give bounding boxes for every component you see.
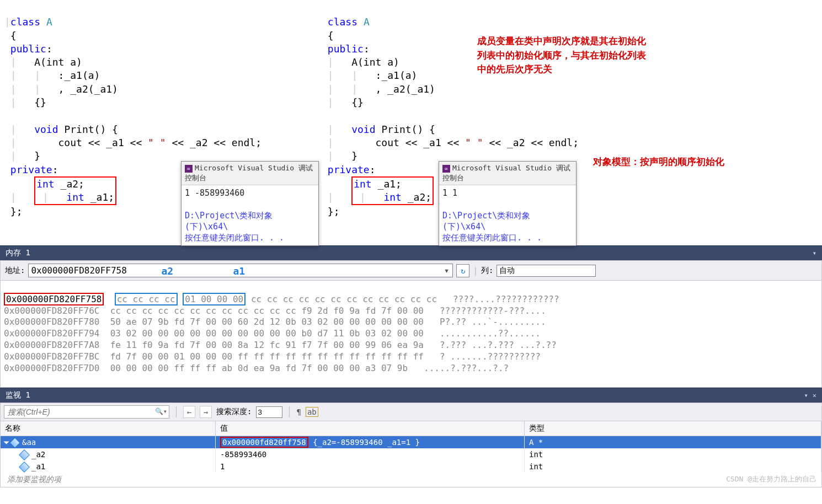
watch-add-placeholder[interactable]: 添加要监视的项 [1, 473, 821, 487]
debug-console-right: ∞Microsoft Visual Studio 调试控制台 1 1 D:\Pr… [439, 161, 577, 246]
memory-panel-header[interactable]: 内存 1 ▾ [0, 245, 822, 260]
memory-columns-input[interactable] [497, 265, 596, 277]
object-icon [9, 437, 20, 448]
nav-back-button[interactable]: ← [183, 406, 195, 418]
private-fields-right: int _a1; | int _a2; [351, 176, 434, 206]
depth-label: 搜索深度: [216, 407, 252, 417]
watch-row-a1[interactable]: _a1 1 int [1, 460, 821, 473]
close-icon[interactable]: ✕ [813, 392, 816, 399]
nav-forward-button[interactable]: → [200, 406, 212, 418]
addr-label: 地址: [5, 266, 25, 276]
watermark: CSDN @走在努力路上的自己 [726, 474, 816, 484]
private-fields-left: int _a2; | int _a1; [34, 176, 116, 206]
watch-toolbar: 🔍▾ ← → 搜索深度: ¶ ab [0, 403, 822, 421]
console-title: Microsoft Visual Studio 调试控制台 [185, 164, 313, 182]
depth-select[interactable] [256, 406, 282, 418]
annotation-object-model: 对象模型：按声明的顺序初始化 [593, 156, 724, 168]
overlay-a2-label: a2 [161, 265, 173, 277]
overlay-a1-label: a1 [233, 265, 245, 277]
tool-icon-1[interactable]: ¶ [296, 408, 301, 416]
refresh-button[interactable]: ↻ [456, 264, 469, 277]
debug-console-left: ∞Microsoft Visual Studio 调试控制台 1 -858993… [181, 161, 319, 246]
expand-icon[interactable] [4, 442, 9, 444]
field-icon [19, 462, 30, 473]
memory-hex-view[interactable]: 0x000000FD820FF758 cc cc cc cc 01 00 00 … [0, 281, 822, 388]
memory-address-input[interactable]: 0x000000FD820FF758 a2 a1 ▾ [28, 264, 453, 277]
console-title: Microsoft Visual Studio 调试控制台 [442, 164, 570, 182]
col-value-header[interactable]: 值 [216, 421, 525, 436]
search-icon[interactable]: 🔍▾ [155, 408, 167, 415]
pin-icon[interactable]: ▾ [813, 249, 816, 257]
memory-panel-title: 内存 1 [6, 248, 30, 258]
pin-icon[interactable]: ▾ [804, 392, 808, 399]
cols-label: 列: [481, 266, 493, 276]
vs-icon: ∞ [442, 165, 450, 173]
field-icon [19, 449, 30, 460]
watch-panel-title: 监视 1 [6, 390, 30, 400]
watch-row-a2[interactable]: _a2 -858993460 int [1, 448, 821, 460]
watch-row-root[interactable]: &aa 0x000000fd820ff758 {_a2=-858993460 _… [1, 436, 821, 448]
vs-icon: ∞ [185, 165, 193, 173]
col-name-header[interactable]: 名称 [1, 421, 216, 436]
watch-search-input[interactable] [4, 405, 169, 419]
tool-icon-2[interactable]: ab [306, 407, 318, 417]
annotation-init-order: 成员变量在类中声明次序就是其在初始化 列表中的初始化顺序，与其在初始化列表 中的… [477, 34, 646, 77]
col-type-header[interactable]: 类型 [525, 421, 821, 436]
dropdown-caret-icon[interactable]: ▾ [444, 265, 450, 276]
watch-table: 名称 值 类型 &aa 0x000000fd820ff758 {_a2=-858… [0, 421, 822, 487]
watch-panel-header[interactable]: 监视 1 ▾ ✕ [0, 388, 822, 403]
memory-toolbar: 地址: 0x000000FD820FF758 a2 a1 ▾ ↻ | 列: [0, 260, 822, 281]
